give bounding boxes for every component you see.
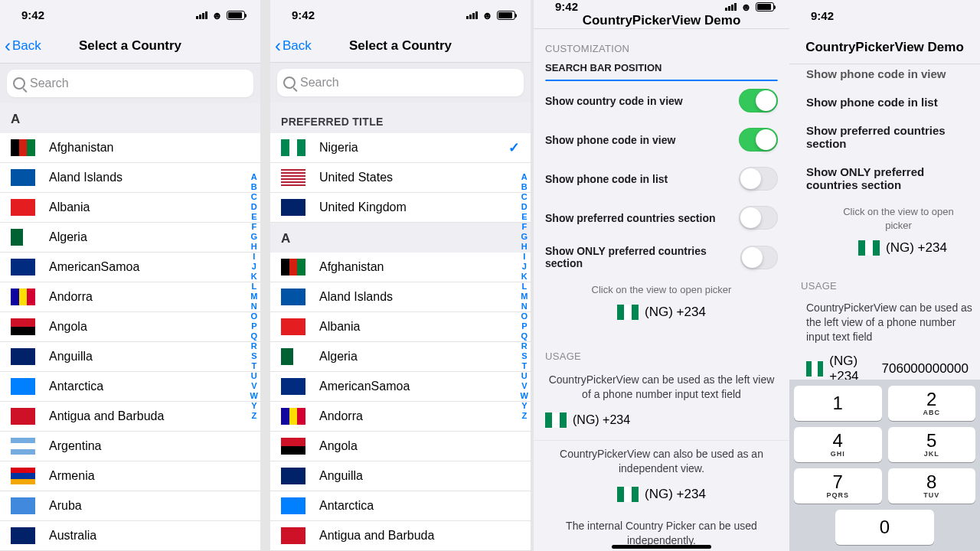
keypad-key-1[interactable]: 1 bbox=[794, 386, 882, 421]
toggle-switch[interactable] bbox=[739, 128, 778, 152]
country-row[interactable]: Afghanistan bbox=[270, 253, 531, 282]
index-letter[interactable]: W bbox=[250, 391, 258, 401]
index-letter[interactable]: R bbox=[250, 341, 258, 351]
index-letter[interactable]: O bbox=[250, 311, 258, 321]
index-letter[interactable]: O bbox=[521, 311, 528, 321]
country-row[interactable]: United States bbox=[270, 163, 531, 193]
index-letter[interactable]: E bbox=[521, 212, 528, 222]
index-letter[interactable]: P bbox=[250, 321, 258, 331]
country-row[interactable]: Aland Islands bbox=[0, 163, 260, 193]
index-letter[interactable]: H bbox=[250, 242, 258, 252]
toggle-switch[interactable] bbox=[739, 206, 778, 230]
country-row[interactable]: AmericanSamoa bbox=[270, 372, 531, 402]
country-row[interactable]: Nigeria✓ bbox=[270, 133, 531, 163]
index-letter[interactable]: A bbox=[521, 172, 528, 182]
index-letter[interactable]: Y bbox=[521, 401, 528, 411]
picker-view[interactable]: (NG) +234 bbox=[789, 236, 980, 266]
back-button[interactable]: ‹Back bbox=[5, 37, 41, 55]
index-letter[interactable]: V bbox=[250, 381, 258, 391]
country-row[interactable]: Albania bbox=[270, 312, 531, 342]
keypad-key-8[interactable]: 8TUV bbox=[888, 468, 976, 504]
index-bar[interactable]: ABCDEFGHIJKLMNOPQRSTUVWYZ bbox=[521, 172, 528, 421]
index-letter[interactable]: D bbox=[250, 202, 258, 212]
country-row[interactable]: Anguilla bbox=[0, 342, 260, 372]
search-input[interactable]: Search bbox=[277, 69, 524, 96]
country-row[interactable]: Andorra bbox=[270, 402, 531, 432]
index-letter[interactable]: W bbox=[521, 391, 528, 401]
index-letter[interactable]: Y bbox=[250, 401, 258, 411]
country-row[interactable]: Antarctica bbox=[0, 372, 260, 402]
index-letter[interactable]: J bbox=[521, 262, 528, 272]
country-row[interactable]: Angola bbox=[270, 432, 531, 461]
index-letter[interactable]: D bbox=[521, 202, 528, 212]
country-row[interactable]: Australia bbox=[0, 521, 260, 551]
country-row[interactable]: Anguilla bbox=[270, 461, 531, 491]
index-letter[interactable]: S bbox=[250, 351, 258, 361]
index-letter[interactable]: Q bbox=[521, 331, 528, 341]
index-letter[interactable]: U bbox=[521, 371, 528, 381]
index-letter[interactable]: I bbox=[250, 252, 258, 262]
country-row[interactable]: Albania bbox=[0, 193, 260, 223]
index-letter[interactable]: I bbox=[521, 252, 528, 262]
country-row[interactable]: Antigua and Barbuda bbox=[0, 402, 260, 432]
country-row[interactable]: Angola bbox=[0, 312, 260, 342]
index-letter[interactable]: R bbox=[521, 341, 528, 351]
index-letter[interactable]: E bbox=[250, 212, 258, 222]
country-row[interactable]: Andorra bbox=[0, 282, 260, 312]
index-letter[interactable]: T bbox=[250, 361, 258, 371]
keypad-key-4[interactable]: 4GHI bbox=[794, 427, 882, 462]
index-letter[interactable]: Z bbox=[521, 411, 528, 421]
country-row[interactable]: United Kingdom bbox=[270, 193, 531, 223]
keypad-key-0[interactable]: 0 bbox=[835, 510, 934, 545]
keypad-key-2[interactable]: 2ABC bbox=[888, 386, 976, 421]
country-row[interactable]: Aruba bbox=[0, 491, 260, 521]
index-letter[interactable]: V bbox=[521, 381, 528, 391]
search-input[interactable]: Search bbox=[7, 70, 253, 97]
toggle-switch[interactable] bbox=[739, 89, 778, 112]
index-letter[interactable]: N bbox=[250, 302, 258, 311]
index-letter[interactable]: K bbox=[250, 272, 258, 282]
phone-input-row[interactable]: (NG) +234 bbox=[534, 408, 789, 441]
index-letter[interactable]: T bbox=[521, 361, 528, 371]
keypad-key-5[interactable]: 5JKL bbox=[888, 427, 976, 462]
index-letter[interactable]: H bbox=[521, 242, 528, 252]
toggle-switch[interactable] bbox=[739, 167, 778, 191]
home-indicator[interactable] bbox=[612, 545, 711, 549]
index-letter[interactable]: G bbox=[521, 232, 528, 242]
index-letter[interactable]: B bbox=[250, 182, 258, 192]
picker-view[interactable]: (NG) +234 bbox=[534, 300, 789, 331]
country-row[interactable]: Argentina bbox=[0, 432, 260, 461]
country-row[interactable]: AmericanSamoa bbox=[0, 253, 260, 282]
index-letter[interactable]: L bbox=[521, 282, 528, 292]
country-row[interactable]: Armenia bbox=[0, 461, 260, 491]
index-letter[interactable]: F bbox=[250, 222, 258, 232]
index-letter[interactable]: G bbox=[250, 232, 258, 242]
index-letter[interactable]: Q bbox=[250, 331, 258, 341]
country-row[interactable]: Antarctica bbox=[270, 491, 531, 521]
keypad-key-7[interactable]: 7PQRS bbox=[794, 468, 882, 504]
index-letter[interactable]: P bbox=[521, 321, 528, 331]
country-row[interactable]: Afghanistan bbox=[0, 133, 260, 163]
country-row[interactable]: Algeria bbox=[0, 223, 260, 253]
index-letter[interactable]: M bbox=[250, 292, 258, 302]
index-letter[interactable]: S bbox=[521, 351, 528, 361]
index-letter[interactable]: C bbox=[250, 192, 258, 202]
index-letter[interactable]: K bbox=[521, 272, 528, 282]
index-letter[interactable]: Z bbox=[250, 411, 258, 421]
index-letter[interactable]: F bbox=[521, 222, 528, 232]
index-letter[interactable]: L bbox=[250, 282, 258, 292]
back-button[interactable]: ‹Back bbox=[275, 37, 312, 55]
index-letter[interactable]: C bbox=[521, 192, 528, 202]
index-letter[interactable]: M bbox=[521, 292, 528, 302]
country-row[interactable]: Aland Islands bbox=[270, 282, 531, 312]
independent-picker-view[interactable]: (NG) +234 bbox=[534, 482, 789, 513]
index-letter[interactable]: B bbox=[521, 182, 528, 192]
country-row[interactable]: Antigua and Barbuda bbox=[270, 521, 531, 551]
country-row[interactable]: Algeria bbox=[270, 342, 531, 372]
toggle-switch[interactable] bbox=[740, 246, 778, 269]
index-letter[interactable]: N bbox=[521, 302, 528, 311]
index-letter[interactable]: A bbox=[250, 172, 258, 182]
index-letter[interactable]: J bbox=[250, 262, 258, 272]
index-letter[interactable]: U bbox=[250, 371, 258, 381]
index-bar[interactable]: ABCDEFGHIJKLMNOPQRSTUVWYZ bbox=[250, 172, 258, 421]
